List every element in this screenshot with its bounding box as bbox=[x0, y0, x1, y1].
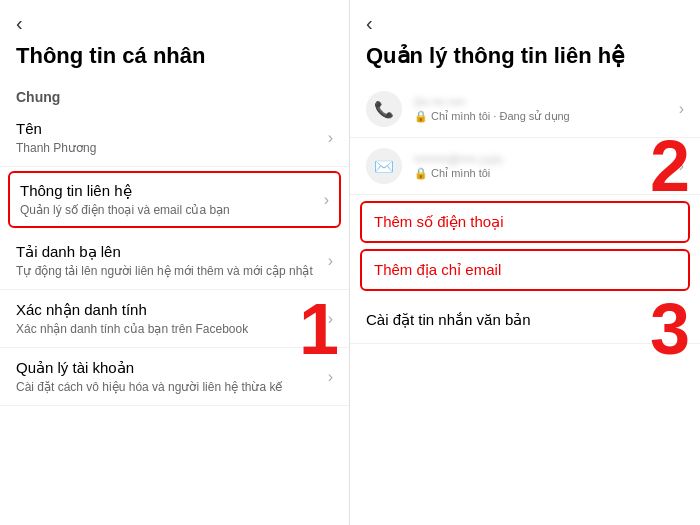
menu-item-contact-title: Thông tin liên hệ bbox=[20, 181, 316, 201]
menu-item-manage-title: Quản lý tài khoản bbox=[16, 358, 320, 378]
sms-settings-label: Cài đặt tin nhắn văn bản bbox=[366, 311, 531, 329]
right-back-button[interactable]: ‹ bbox=[350, 0, 700, 39]
email-blurred: ••••••••@••••.com bbox=[414, 153, 503, 167]
menu-item-manage-account[interactable]: Quản lý tài khoản Cài đặt cách vô hiệu h… bbox=[0, 348, 349, 406]
menu-item-manage-subtitle: Cài đặt cách vô hiệu hóa và người liên h… bbox=[16, 380, 320, 396]
menu-item-name[interactable]: Tên Thanh Phương › bbox=[0, 109, 349, 167]
email-icon: ✉️ bbox=[366, 148, 402, 184]
email-contact-row[interactable]: ✉️ ••••••••@••••.com 🔒 Chỉ mình tôi › bbox=[350, 138, 700, 195]
chevron-icon-upload: › bbox=[328, 252, 333, 270]
email-privacy-text: 🔒 Chỉ mình tôi bbox=[414, 167, 503, 180]
chevron-icon-email: › bbox=[679, 157, 684, 175]
lock-icon-email: 🔒 bbox=[414, 167, 428, 179]
section-general-header: Chung bbox=[0, 81, 349, 109]
menu-item-verify-subtitle: Xác nhận danh tính của bạn trên Facebook bbox=[16, 322, 320, 338]
menu-item-contact-subtitle: Quản lý số điện thoại và email của bạn bbox=[20, 203, 316, 219]
chevron-icon-verify: › bbox=[328, 310, 333, 328]
sms-settings-item[interactable]: Cài đặt tin nhắn văn bản › bbox=[350, 297, 700, 344]
phone-icon: 📞 bbox=[366, 91, 402, 127]
add-phone-label: Thêm số điện thoại bbox=[374, 213, 504, 230]
left-panel: ‹ Thông tin cá nhân Chung Tên Thanh Phươ… bbox=[0, 0, 350, 525]
phone-privacy-text: 🔒 Chỉ mình tôi · Đang sử dụng bbox=[414, 110, 570, 123]
menu-item-upload-subtitle: Tự động tải lên người liên hệ mới thêm v… bbox=[16, 264, 320, 280]
right-panel-title: Quản lý thông tin liên hệ bbox=[350, 39, 700, 81]
menu-item-upload-title: Tải danh bạ lên bbox=[16, 242, 320, 262]
menu-item-contact-info[interactable]: Thông tin liên hệ Quản lý số điện thoại … bbox=[8, 171, 341, 228]
left-panel-title: Thông tin cá nhân bbox=[0, 39, 349, 81]
add-email-button[interactable]: Thêm địa chỉ email bbox=[360, 249, 690, 291]
chevron-icon-sms: › bbox=[679, 311, 684, 329]
chevron-icon-phone: › bbox=[679, 100, 684, 118]
chevron-icon-contact: › bbox=[324, 191, 329, 209]
menu-item-upload-contacts[interactable]: Tải danh bạ lên Tự động tải lên người li… bbox=[0, 232, 349, 290]
add-email-label: Thêm địa chỉ email bbox=[374, 261, 501, 278]
add-phone-button[interactable]: Thêm số điện thoại bbox=[360, 201, 690, 243]
phone-number-blurred: 0•• ••• •••• bbox=[414, 96, 570, 110]
menu-item-verify-title: Xác nhận danh tính bbox=[16, 300, 320, 320]
phone-contact-row[interactable]: 📞 0•• ••• •••• 🔒 Chỉ mình tôi · Đang sử … bbox=[350, 81, 700, 138]
menu-item-name-subtitle: Thanh Phương bbox=[16, 141, 320, 157]
chevron-icon-name: › bbox=[328, 129, 333, 147]
right-panel: ‹ Quản lý thông tin liên hệ 📞 0•• ••• ••… bbox=[350, 0, 700, 525]
menu-item-name-title: Tên bbox=[16, 119, 320, 139]
chevron-icon-manage: › bbox=[328, 368, 333, 386]
lock-icon-phone: 🔒 bbox=[414, 110, 428, 122]
left-back-button[interactable]: ‹ bbox=[0, 0, 349, 39]
menu-item-verify-identity[interactable]: Xác nhận danh tính Xác nhận danh tính củ… bbox=[0, 290, 349, 348]
